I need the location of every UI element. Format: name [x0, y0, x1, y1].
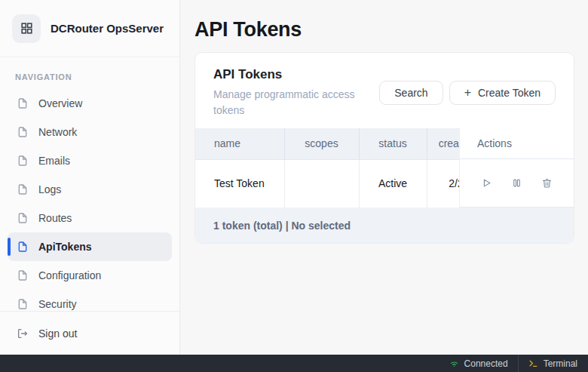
sidebar-item-label: Configuration — [38, 269, 101, 281]
create-token-label: Create Token — [478, 87, 541, 99]
sidebar-item-label: Security — [38, 298, 77, 310]
sidebar-item-label: Logs — [38, 183, 61, 195]
play-icon[interactable] — [479, 176, 494, 190]
document-icon — [17, 298, 29, 310]
actions-column: Actions — [459, 128, 574, 208]
sidebar-item-label: Emails — [38, 155, 70, 167]
card-title: API Tokens — [213, 67, 379, 82]
document-icon — [17, 241, 29, 253]
sidebar-item-overview[interactable]: Overview — [8, 89, 172, 118]
table-header-row: name scopes status created — [195, 128, 485, 159]
logout-icon — [17, 327, 29, 340]
column-header-scopes: scopes — [284, 128, 359, 159]
connection-status: Connected — [439, 355, 518, 372]
table-row[interactable]: Test Token Active 2/2 — [195, 159, 485, 208]
terminal-label: Terminal — [544, 358, 577, 369]
content-area: DCRouter OpsServer NAVIGATION Overview N… — [0, 0, 588, 355]
brand-title: DCRouter OpsServer — [51, 22, 164, 35]
sidebar-footer: Sign out — [0, 311, 179, 355]
search-button-label: Search — [394, 87, 427, 99]
terminal-toggle[interactable]: Terminal — [518, 355, 588, 372]
sidebar-item-logs[interactable]: Logs — [8, 175, 172, 204]
status-bar: Connected Terminal — [0, 355, 588, 372]
card-header: API Tokens Manage programmatic access to… — [195, 53, 574, 128]
nav-section-label: NAVIGATION — [8, 68, 172, 89]
sidebar-item-routes[interactable]: Routes — [8, 204, 172, 232]
wifi-icon — [449, 358, 459, 368]
column-header-name: name — [195, 128, 284, 159]
sign-out-button[interactable]: Sign out — [8, 319, 172, 348]
table-summary: 1 token (total) | No selected — [195, 208, 574, 243]
row-actions — [460, 159, 574, 208]
document-icon — [17, 155, 29, 167]
document-icon — [17, 183, 29, 195]
nav-list: Overview Network Emails Logs — [8, 89, 172, 311]
sign-out-label: Sign out — [38, 327, 77, 340]
tokens-table: name scopes status created Test Token Ac… — [195, 128, 574, 208]
cell-status: Active — [359, 159, 427, 208]
sidebar-item-security[interactable]: Security — [8, 290, 172, 311]
sidebar-header: DCRouter OpsServer — [0, 0, 179, 57]
sidebar-item-configuration[interactable]: Configuration — [8, 261, 172, 290]
column-header-actions: Actions — [460, 128, 574, 159]
cell-name: Test Token — [195, 159, 284, 208]
sidebar: DCRouter OpsServer NAVIGATION Overview N… — [0, 0, 180, 355]
sidebar-item-apitokens[interactable]: ApiTokens — [8, 232, 172, 261]
sidebar-item-network[interactable]: Network — [8, 118, 172, 146]
document-icon — [17, 97, 29, 109]
card-titles: API Tokens Manage programmatic access to… — [213, 67, 379, 118]
card-subtitle: Manage programmatic access tokens — [213, 87, 379, 118]
create-token-button[interactable]: + Create Token — [449, 81, 556, 105]
search-button[interactable]: Search — [379, 81, 443, 105]
plus-icon: + — [464, 87, 471, 99]
column-header-status: status — [359, 128, 427, 159]
sidebar-item-label: ApiTokens — [38, 241, 92, 253]
sidebar-item-label: Network — [38, 126, 77, 138]
connection-status-label: Connected — [464, 358, 508, 369]
main-area: API Tokens API Tokens Manage programmati… — [180, 0, 588, 355]
document-icon — [17, 126, 29, 138]
pause-icon[interactable] — [510, 176, 524, 190]
cell-scopes — [284, 159, 359, 208]
trash-icon[interactable] — [540, 176, 554, 190]
terminal-prompt-icon — [528, 358, 538, 368]
tokens-table-grid: name scopes status created Test Token Ac… — [195, 128, 486, 208]
sidebar-item-label: Routes — [38, 212, 72, 224]
grid-icon — [12, 14, 41, 43]
page-title: API Tokens — [194, 18, 574, 42]
app-window: DCRouter OpsServer NAVIGATION Overview N… — [0, 0, 588, 372]
sidebar-item-label: Overview — [38, 97, 82, 109]
sidebar-nav: NAVIGATION Overview Network Emails — [0, 57, 179, 311]
document-icon — [17, 212, 29, 224]
document-icon — [17, 269, 29, 281]
card-actions: Search + Create Token — [379, 81, 556, 105]
api-tokens-card: API Tokens Manage programmatic access to… — [194, 52, 574, 244]
sidebar-item-emails[interactable]: Emails — [8, 146, 172, 175]
